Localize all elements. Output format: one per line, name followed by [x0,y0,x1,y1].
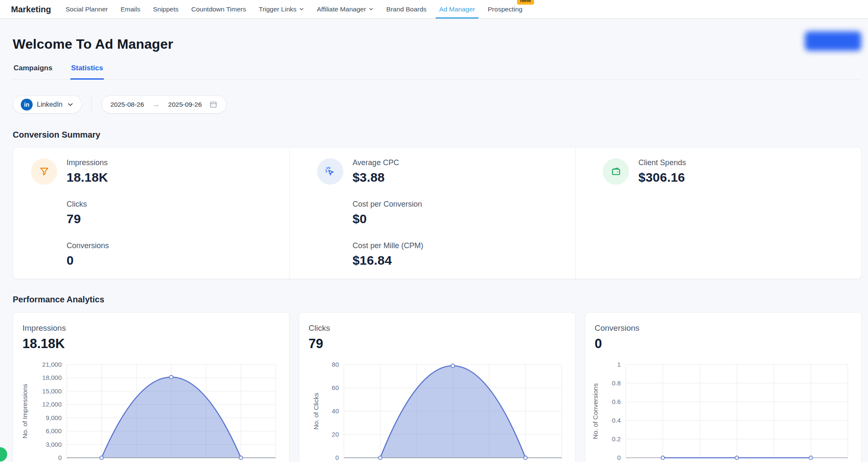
performance-analytics-heading: Performance Analytics [13,295,868,304]
funnel-icon [39,166,50,177]
summary-column-impressions: Impressions18.18KClicks79Conversions0 [13,147,289,279]
platform-label: LinkedIn [37,101,63,108]
date-range-picker[interactable]: 2025-08-26 → 2025-09-26 [102,95,227,113]
nav-item-prospecting[interactable]: ProspectingNew [488,0,523,19]
svg-text:No. of Clicks: No. of Clicks [312,393,320,429]
tab-statistics[interactable]: Statistics [70,64,104,80]
start-date: 2025-08-26 [111,101,144,108]
metric-label: Client Spends [638,158,686,167]
chart-card-impressions: Impressions18.18K03,0006,0009,00012,0001… [13,312,289,462]
nav-item-label: Social Planner [65,0,108,19]
nav-item-label: Affiliate Manager [317,0,366,19]
nav-item-label: Ad Manager [439,0,475,19]
calendar-icon [209,100,217,108]
chevron-down-icon [368,6,374,12]
nav-brand: Marketing [11,0,51,19]
funnel-icon-circle [31,158,57,185]
metric-clicks: Clicks79 [67,200,109,226]
svg-text:9,000: 9,000 [46,414,62,421]
chart-total: 79 [309,336,575,351]
area-chart-clicks: 020406080No. of Clicks [299,361,575,462]
nav-item-label: Trigger Links [259,0,297,19]
svg-text:0.6: 0.6 [612,398,621,405]
chevron-down-icon [67,101,74,108]
metric-label: Conversions [67,241,109,250]
metric-cost-per-conversion: Cost per Conversion$0 [353,200,423,226]
chart-total: 18.18K [22,336,289,351]
metric-value: $3.88 [353,170,423,185]
metric-stack: Impressions18.18KClicks79Conversions0 [67,158,109,268]
cursor-icon [324,166,336,177]
page-header: Welcome To Ad Manager [0,19,868,52]
chart-title: Impressions [22,324,289,333]
chart-title: Clicks [309,324,575,333]
nav-item-label: Snippets [153,0,178,19]
svg-text:20: 20 [332,431,339,438]
metric-impressions: Impressions18.18K [67,158,109,185]
conversion-summary-card: Impressions18.18KClicks79Conversions0Ave… [13,147,862,279]
svg-text:80: 80 [332,361,339,368]
nav-item-brand-boards[interactable]: Brand Boards [387,0,427,19]
metric-value: 0 [67,253,109,268]
summary-column-average-cpc: Average CPC$3.88Cost per Conversion$0Cos… [289,147,576,279]
nav-item-label: Emails [120,0,140,19]
linkedin-icon: in [21,99,33,111]
conversion-summary-heading: Conversion Summary [13,130,868,140]
svg-text:12,000: 12,000 [42,401,62,408]
end-date: 2025-09-26 [168,101,202,108]
chat-widget-button[interactable] [0,447,7,462]
metric-client-spends: Client Spends$306.16 [638,158,686,185]
svg-text:0: 0 [58,454,61,461]
svg-text:40: 40 [332,407,339,415]
metric-value: $306.16 [638,170,686,185]
nav-item-emails[interactable]: Emails [120,0,140,19]
arrow-right-icon: → [148,100,164,109]
metric-cost-per-mille-cpm: Cost per Mille (CPM)$16.84 [353,241,423,268]
metric-label: Cost per Conversion [353,200,423,209]
metric-value: $0 [353,212,423,226]
metric-value: $16.84 [353,253,423,268]
svg-text:No. of Impressions: No. of Impressions [21,384,28,438]
redacted-action-button[interactable] [805,31,861,51]
platform-select[interactable]: in LinkedIn [13,95,82,113]
svg-text:0.4: 0.4 [612,417,621,424]
filters-row: in LinkedIn 2025-08-26 → 2025-09-26 [13,95,868,113]
svg-text:No. of Conversions: No. of Conversions [592,383,599,439]
area-chart-impressions: 03,0006,0009,00012,00015,00018,00021,000… [13,361,289,462]
metric-stack: Client Spends$306.16 [638,158,686,185]
nav-item-snippets[interactable]: Snippets [153,0,178,19]
svg-text:1: 1 [617,361,620,368]
svg-text:21,000: 21,000 [42,361,62,368]
chart-title: Conversions [595,324,861,333]
nav-item-social-planner[interactable]: Social Planner [65,0,108,19]
chevron-down-icon [299,6,304,12]
metric-label: Impressions [67,158,109,167]
nav-item-ad-manager[interactable]: Ad Manager [439,0,475,19]
nav-item-affiliate-manager[interactable]: Affiliate Manager [317,0,374,19]
wallet-icon-circle [603,158,629,185]
nav-item-trigger-links[interactable]: Trigger Links [259,0,304,19]
summary-column-client-spends: Client Spends$306.16 [575,147,861,279]
nav-item-countdown-timers[interactable]: Countdown Timers [191,0,246,19]
chart-card-conversions: Conversions000.20.40.60.81No. of Convers… [585,312,862,462]
metric-stack: Average CPC$3.88Cost per Conversion$0Cos… [353,158,423,268]
performance-charts-row: Impressions18.18K03,0006,0009,00012,0001… [13,312,862,462]
metric-label: Clicks [67,200,109,209]
metric-average-cpc: Average CPC$3.88 [353,158,423,185]
tab-bar: Campaigns Statistics [13,64,861,80]
new-badge: New [517,0,534,5]
nav-item-label: Brand Boards [387,0,427,19]
metric-value: 79 [67,212,109,226]
metric-label: Average CPC [353,158,423,167]
svg-text:0: 0 [617,454,620,461]
nav-items: Social PlannerEmailsSnippetsCountdown Ti… [65,0,522,19]
page-title: Welcome To Ad Manager [13,36,855,52]
tab-campaigns[interactable]: Campaigns [13,64,53,79]
svg-text:0: 0 [335,454,339,461]
svg-text:0.2: 0.2 [612,435,621,443]
metric-label: Cost per Mille (CPM) [353,241,423,250]
nav-item-label: Countdown Timers [191,0,246,19]
svg-text:15,000: 15,000 [42,387,62,395]
area-chart-conversions: 00.20.40.60.81No. of Conversions [585,361,861,462]
metric-conversions: Conversions0 [67,241,109,268]
